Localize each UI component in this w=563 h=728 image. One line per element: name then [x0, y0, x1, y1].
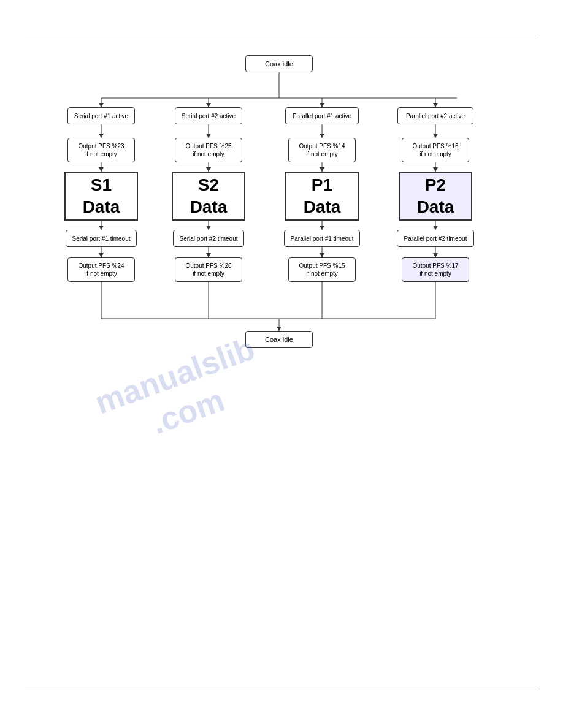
svg-marker-48 [277, 327, 282, 331]
svg-marker-37 [206, 253, 211, 257]
p2-timeout-box: Parallel port #2 timeout [397, 230, 474, 247]
svg-marker-39 [320, 253, 324, 257]
s1-data-box: S1Data [64, 172, 138, 221]
s2-data-box: S2Data [172, 172, 245, 221]
svg-marker-27 [99, 226, 104, 230]
s2-active-box: Serial port #2 active [175, 107, 242, 124]
s2-timeout-box: Serial port #2 timeout [173, 230, 244, 247]
coax-idle-bottom: Coax idle [245, 331, 313, 348]
svg-marker-19 [99, 167, 104, 172]
bottom-rule [25, 691, 538, 691]
svg-marker-13 [206, 134, 211, 138]
p1-output-timeout-box: Output PFS %15if not empty [288, 257, 356, 282]
svg-marker-3 [99, 103, 104, 107]
p2-output-active-box: Output PFS %16if not empty [402, 138, 469, 162]
s2-output-timeout-box: Output PFS %26if not empty [175, 257, 242, 282]
svg-marker-25 [433, 167, 438, 172]
s1-timeout-box: Serial port #1 timeout [66, 230, 137, 247]
p2-active-box: Parallel port #2 active [397, 107, 473, 124]
p2-output-timeout-box: Output PFS %17if not empty [402, 257, 469, 282]
svg-marker-15 [320, 134, 324, 138]
p1-data-box: P1Data [285, 172, 359, 221]
svg-marker-41 [433, 253, 438, 257]
svg-marker-31 [320, 226, 324, 230]
s1-output-active-box: Output PFS %23if not empty [67, 138, 135, 162]
svg-marker-9 [433, 103, 438, 107]
svg-marker-17 [433, 134, 438, 138]
svg-marker-33 [433, 226, 438, 230]
top-rule [25, 37, 538, 37]
s1-active-box: Serial port #1 active [67, 107, 135, 124]
p1-output-active-box: Output PFS %14if not empty [288, 138, 356, 162]
p1-timeout-box: Parallel port #1 timeout [284, 230, 360, 247]
p1-active-box: Parallel port #1 active [285, 107, 359, 124]
svg-marker-5 [206, 103, 211, 107]
svg-marker-29 [206, 226, 211, 230]
svg-marker-7 [320, 103, 324, 107]
svg-marker-11 [99, 134, 104, 138]
svg-marker-23 [320, 167, 324, 172]
s1-output-timeout-box: Output PFS %24if not empty [67, 257, 135, 282]
page: Coax idle Serial port #1 active Output P… [0, 0, 563, 728]
s2-output-active-box: Output PFS %25if not empty [175, 138, 242, 162]
coax-idle-top: Coax idle [245, 55, 313, 72]
svg-marker-35 [99, 253, 104, 257]
p2-data-box: P2Data [399, 172, 472, 221]
flowchart: Coax idle Serial port #1 active Output P… [31, 49, 532, 679]
svg-marker-21 [206, 167, 211, 172]
